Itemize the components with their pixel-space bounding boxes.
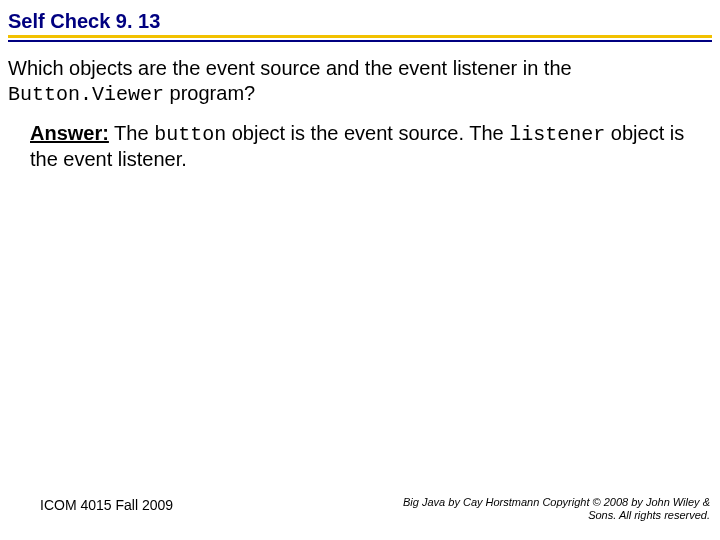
divider-yellow bbox=[8, 35, 712, 38]
answer-text: Answer: The button object is the event s… bbox=[8, 121, 712, 172]
footer-course: ICOM 4015 Fall 2009 bbox=[40, 497, 173, 513]
question-part1: Which objects are the event source and t… bbox=[8, 57, 572, 79]
question-part2: program? bbox=[164, 82, 255, 104]
slide-header: Self Check 9. 13 bbox=[0, 0, 720, 46]
slide-footer: ICOM 4015 Fall 2009 Big Java by Cay Hors… bbox=[0, 496, 720, 522]
divider-navy bbox=[8, 40, 712, 42]
footer-copyright: Big Java by Cay Horstmann Copyright © 20… bbox=[400, 496, 710, 522]
answer-code2: listener bbox=[509, 123, 605, 146]
answer-t1: The bbox=[109, 122, 154, 144]
slide-title: Self Check 9. 13 bbox=[8, 10, 712, 33]
answer-label: Answer: bbox=[30, 122, 109, 144]
answer-t2: object is the event source. The bbox=[226, 122, 509, 144]
question-code: Button.Viewer bbox=[8, 83, 164, 106]
slide-content: Which objects are the event source and t… bbox=[0, 46, 720, 172]
question-text: Which objects are the event source and t… bbox=[8, 56, 712, 107]
answer-code1: button bbox=[154, 123, 226, 146]
